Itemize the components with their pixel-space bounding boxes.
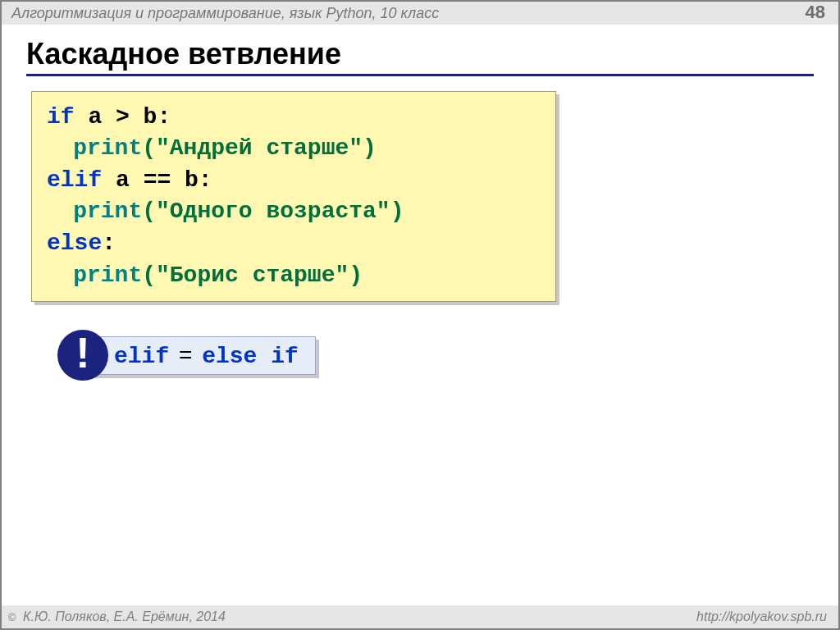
code-block: if a > b: print("Андрей старше") elif a …: [31, 91, 556, 303]
slide-content: Каскадное ветвление if a > b: print("Анд…: [2, 25, 838, 381]
note-elif: elif: [114, 344, 169, 369]
keyword-else: else: [47, 231, 102, 256]
condition-1: a > b:: [75, 104, 171, 130]
note-equals: =: [169, 342, 202, 368]
colon: :: [102, 231, 116, 256]
keyword-if: if: [47, 104, 75, 130]
fn-print-1: print: [73, 135, 142, 161]
code-line-4: print("Одного возраста"): [47, 196, 541, 228]
fn-print-3: print: [73, 262, 142, 288]
slide-title: Каскадное ветвление: [26, 38, 814, 76]
string-andrey: ("Андрей старше"): [142, 135, 377, 161]
code-line-6: print("Борис старше"): [47, 260, 541, 292]
code-line-5: else:: [47, 228, 541, 260]
code-line-2: print("Андрей старше"): [47, 133, 541, 165]
note-row: ! elif = else if: [57, 330, 814, 381]
footer-authors: К.Ю. Поляков, Е.А. Ерёмин, 2014: [8, 609, 226, 624]
exclamation-icon: !: [57, 330, 108, 381]
code-line-3: elif a == b:: [47, 165, 541, 197]
course-title: Алгоритмизация и программирование, язык …: [11, 5, 439, 22]
string-boris: ("Борис старше"): [142, 262, 363, 288]
keyword-elif: elif: [47, 167, 102, 193]
note-else-if: else if: [202, 344, 299, 369]
page-number: 48: [806, 2, 825, 23]
fn-print-2: print: [73, 199, 142, 224]
note-box: elif = else if: [90, 336, 316, 375]
header-bar: Алгоритмизация и программирование, язык …: [2, 2, 838, 25]
string-same-age: ("Одного возраста"): [142, 199, 404, 224]
code-line-1: if a > b:: [47, 102, 541, 134]
condition-2: a == b:: [102, 167, 212, 193]
footer-bar: К.Ю. Поляков, Е.А. Ерёмин, 2014 http://k…: [2, 605, 838, 628]
footer-url: http://kpolyakov.spb.ru: [696, 609, 827, 624]
